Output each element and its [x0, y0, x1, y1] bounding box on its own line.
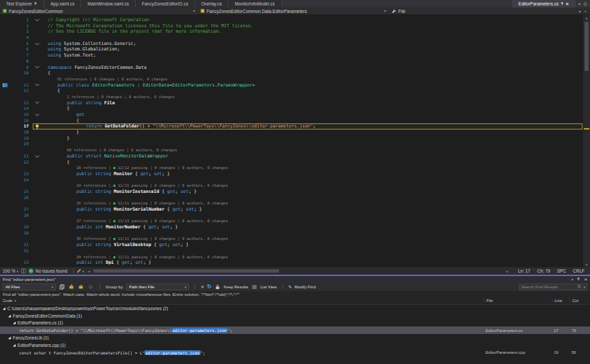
- horizontal-scrollbar[interactable]: ◄ ►: [86, 269, 510, 273]
- chevron-down-icon[interactable]: ▾: [572, 277, 574, 282]
- result-group-row[interactable]: ◢EditorParameters.cpp (1): [0, 342, 590, 349]
- chevron-down-icon[interactable]: ▾: [578, 9, 580, 14]
- fold-chevron-icon[interactable]: [33, 65, 41, 71]
- codelens-row[interactable]: 35 references | ● 11/11 passing | 0 chan…: [0, 200, 590, 207]
- fold-chevron-icon[interactable]: [33, 112, 41, 118]
- active-files-chevron-icon[interactable]: ▾: [578, 1, 580, 6]
- code-line[interactable]: 6using System.Globalization;: [0, 46, 590, 52]
- vertical-scrollbar[interactable]: ▲ ▼: [583, 15, 590, 267]
- pin-icon[interactable]: [576, 277, 580, 282]
- code-line[interactable]: 13public string File: [0, 100, 590, 106]
- result-group-row[interactable]: ◢FancyZonesLib (1): [0, 334, 590, 342]
- code-line[interactable]: 28: [0, 213, 590, 219]
- code-line[interactable]: 30: [0, 230, 590, 237]
- expander-icon[interactable]: ◢: [8, 336, 11, 339]
- code-line[interactable]: 10{: [0, 70, 590, 76]
- code-line[interactable]: 29public int MonitorNumber { get; set; }: [0, 224, 590, 230]
- expander-icon[interactable]: ◢: [3, 307, 5, 310]
- result-group-row[interactable]: ◢FancyZonesEditorCommon\Data (1): [0, 312, 590, 320]
- codelens-row[interactable]: 34 references | ● 11/11 passing | 0 chan…: [0, 183, 590, 189]
- list-view-button[interactable]: List View: [261, 285, 277, 289]
- eol-indicator[interactable]: CRLF: [573, 269, 585, 273]
- column-header-line[interactable]: Line: [552, 299, 570, 303]
- codelens-row[interactable]: 60 references | 0 changes | 0 authors, 0…: [0, 147, 590, 153]
- document-health-indicator[interactable]: ✓ No issues found: [26, 269, 70, 273]
- horizontal-scroll-track[interactable]: [92, 269, 504, 273]
- expand-all-icon[interactable]: [68, 284, 75, 290]
- doc-outline-icon[interactable]: [21, 269, 26, 273]
- code-line[interactable]: 16{: [0, 118, 590, 124]
- lock-icon[interactable]: [214, 284, 221, 290]
- code-line[interactable]: 27public string MonitorSerialNumber { ge…: [0, 207, 590, 213]
- search-input[interactable]: [521, 285, 576, 289]
- scope-dropdown[interactable]: All Files ▾: [3, 284, 56, 290]
- scroll-right-icon[interactable]: ►: [504, 269, 510, 273]
- code-filter-dropdown[interactable]: Code ▾: [0, 299, 484, 303]
- tab-editorparameters-cs[interactable]: EditorParameters.cs ✖: [512, 0, 576, 7]
- code-line[interactable]: 9namespace FancyZonesEditorCommon.Data: [0, 65, 590, 71]
- code-line[interactable]: 22{: [0, 160, 590, 166]
- codelens-row[interactable]: 2 references | 0 changes | 0 authors, 0 …: [0, 94, 590, 100]
- close-icon[interactable]: ✖: [565, 2, 569, 6]
- code-line[interactable]: 11public class EditorParameters : Editor…: [0, 82, 590, 89]
- codelens-row[interactable]: 91 references | 0 changes | 0 authors, 0…: [0, 76, 590, 82]
- lightbulb-icon[interactable]: [33, 123, 41, 130]
- codelens-row[interactable]: 37 references | ● 13/13 passing | 0 chan…: [0, 218, 590, 224]
- expander-icon[interactable]: ◢: [13, 321, 16, 324]
- line-indicator-icon[interactable]: [0, 82, 10, 89]
- window-options-icon[interactable]: [583, 2, 587, 6]
- expander-icon[interactable]: ◢: [8, 314, 11, 318]
- code-line[interactable]: 32: [0, 248, 590, 254]
- code-line[interactable]: 17return GetDataFolder() + "\\Microsoft\…: [0, 123, 590, 130]
- space-mode-indicator[interactable]: SPC: [557, 269, 566, 273]
- code-line[interactable]: 12{: [0, 88, 590, 94]
- result-match-row[interactable]: return GetDataFolder() + "\\Microsoft\\P…: [0, 327, 590, 334]
- column-header-file[interactable]: File: [484, 299, 552, 303]
- chevron-down-icon[interactable]: ▾: [83, 269, 85, 273]
- group-by-dropdown[interactable]: Path then File ▾: [126, 284, 189, 290]
- code-line[interactable]: 1// Copyright (c) Microsoft Corporation: [0, 17, 590, 23]
- code-line[interactable]: 4: [0, 35, 590, 41]
- pen-icon[interactable]: [76, 269, 81, 273]
- fold-chevron-icon[interactable]: [33, 17, 41, 23]
- modify-find-button[interactable]: Modify Find: [295, 285, 316, 289]
- vertical-scroll-track[interactable]: [583, 20, 590, 262]
- code-editor[interactable]: 1// Copyright (c) Microsoft Corporation2…: [0, 15, 590, 267]
- vertical-scroll-thumb[interactable]: [585, 22, 589, 71]
- tab-mainwindow-xaml-cs[interactable]: MainWindow.xaml.cs: [81, 0, 136, 7]
- code-line[interactable]: 21public struct NativeMonitorDataWrapper: [0, 153, 590, 160]
- search-icon[interactable]: [577, 284, 582, 289]
- code-line[interactable]: 5using System.Collections.Generic;: [0, 41, 590, 47]
- tab-monitorinfomodel-cs[interactable]: MonitorInfoModel.cs: [228, 0, 282, 7]
- code-line[interactable]: 23public string Monitor { get; set; }: [0, 171, 590, 177]
- search-find-results-box[interactable]: ▾: [519, 284, 587, 290]
- fold-chevron-icon[interactable]: [33, 100, 41, 106]
- code-line[interactable]: 8: [0, 59, 590, 65]
- list-view-icon[interactable]: [251, 284, 258, 290]
- fold-chevron-icon[interactable]: [33, 82, 41, 89]
- codelens-row[interactable]: 36 references | ● 11/11 passing | 0 chan…: [0, 236, 590, 242]
- copy-icon[interactable]: [59, 284, 65, 290]
- code-line[interactable]: 14{: [0, 106, 590, 112]
- result-match-row[interactable]: const wchar_t FancyZonesEditorParameters…: [0, 349, 590, 357]
- pin-icon[interactable]: [560, 1, 564, 6]
- tab-app-xaml-cs[interactable]: App.xaml.cs: [44, 0, 81, 7]
- code-line[interactable]: 2// The Microsoft Corporation licenses t…: [0, 23, 590, 29]
- fold-chevron-icon[interactable]: [33, 41, 41, 47]
- refresh-icon[interactable]: ↻: [207, 284, 211, 290]
- scroll-left-icon[interactable]: ◄: [86, 269, 92, 273]
- expander-icon[interactable]: ◢: [13, 344, 16, 347]
- char-indicator[interactable]: Ch: 79: [537, 269, 550, 273]
- result-group-row[interactable]: ◢C:\Users\zhaopengwang\Desktop\powertoys…: [0, 305, 590, 312]
- code-line[interactable]: 18}: [0, 130, 590, 136]
- column-header-col[interactable]: Col: [570, 299, 590, 303]
- code-line[interactable]: 15get: [0, 112, 590, 118]
- scroll-up-icon[interactable]: ▲: [585, 15, 587, 20]
- code-line[interactable]: 20: [0, 141, 590, 147]
- zoom-dropdown[interactable]: 100 % ▾: [0, 269, 21, 273]
- line-indicator[interactable]: Ln: 17: [518, 269, 530, 273]
- split-editor-icon[interactable]: +: [584, 9, 587, 13]
- code-line[interactable]: 7using System.Text;: [0, 52, 590, 59]
- close-icon[interactable]: ✖: [584, 277, 587, 282]
- collapse-all-icon[interactable]: [78, 284, 85, 290]
